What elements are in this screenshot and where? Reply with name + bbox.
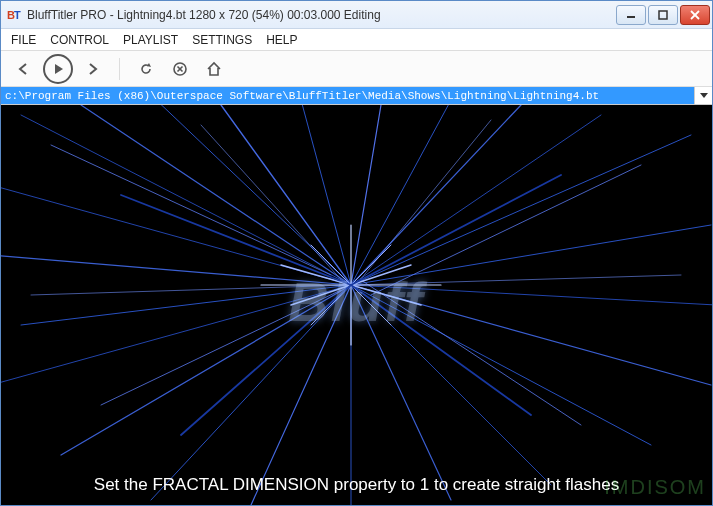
window-controls (616, 5, 710, 25)
svg-line-30 (351, 285, 451, 500)
menu-file[interactable]: FILE (11, 33, 36, 47)
app-icon: BT (7, 7, 23, 23)
svg-line-36 (51, 145, 331, 275)
stop-button[interactable] (166, 55, 194, 83)
svg-line-34 (351, 285, 712, 305)
svg-line-42 (31, 285, 351, 295)
file-path[interactable]: c:\Program Files (x86)\Outerspace Softwa… (1, 87, 694, 104)
minimize-icon (626, 10, 636, 20)
svg-line-15 (221, 105, 351, 285)
home-button[interactable] (200, 55, 228, 83)
svg-line-14 (151, 105, 351, 285)
svg-line-37 (371, 165, 641, 295)
app-window: BT BluffTitler PRO - Lightning4.bt 1280 … (0, 0, 713, 506)
play-button[interactable] (43, 54, 73, 84)
preview-viewport[interactable]: Bluff Set the FRACTAL DIMENSION property… (1, 105, 712, 505)
maximize-button[interactable] (648, 5, 678, 25)
minimize-button[interactable] (616, 5, 646, 25)
menu-help[interactable]: HELP (266, 33, 297, 47)
close-button[interactable] (680, 5, 710, 25)
svg-line-32 (351, 285, 651, 445)
menu-control[interactable]: CONTROL (50, 33, 109, 47)
svg-line-25 (1, 285, 351, 385)
stop-circle-icon (172, 61, 188, 77)
svg-line-21 (351, 135, 691, 285)
lightning-render (1, 105, 712, 505)
svg-line-40 (201, 125, 346, 285)
back-arrow-icon (16, 62, 30, 76)
path-dropdown-button[interactable] (694, 87, 712, 104)
svg-line-52 (181, 285, 351, 435)
toolbar-separator (119, 58, 120, 80)
svg-line-39 (361, 280, 581, 425)
reload-button[interactable] (132, 55, 160, 83)
home-icon (206, 61, 222, 77)
svg-line-24 (21, 285, 351, 325)
back-button[interactable] (9, 55, 37, 83)
forward-button[interactable] (79, 55, 107, 83)
svg-line-27 (151, 285, 351, 500)
pathbar: c:\Program Files (x86)\Outerspace Softwa… (1, 87, 712, 105)
svg-line-16 (301, 105, 351, 285)
svg-line-28 (251, 285, 351, 505)
svg-line-20 (351, 115, 601, 285)
svg-line-26 (61, 285, 351, 455)
svg-rect-3 (659, 11, 667, 19)
forward-arrow-icon (86, 62, 100, 76)
svg-text:T: T (14, 9, 21, 21)
close-icon (690, 10, 700, 20)
maximize-icon (658, 10, 668, 20)
svg-line-51 (351, 175, 561, 285)
window-title: BluffTitler PRO - Lightning4.bt 1280 x 7… (27, 8, 616, 22)
menu-settings[interactable]: SETTINGS (192, 33, 252, 47)
chevron-down-icon (700, 92, 708, 100)
svg-line-53 (351, 285, 531, 415)
titlebar: BT BluffTitler PRO - Lightning4.bt 1280 … (1, 1, 712, 29)
svg-marker-11 (700, 93, 708, 98)
svg-line-38 (101, 290, 341, 405)
play-icon (52, 63, 64, 75)
svg-marker-6 (55, 64, 63, 74)
svg-line-12 (21, 115, 351, 285)
menubar: FILE CONTROL PLAYLIST SETTINGS HELP (1, 29, 712, 51)
menu-playlist[interactable]: PLAYLIST (123, 33, 178, 47)
reload-icon (138, 61, 154, 77)
toolbar (1, 51, 712, 87)
